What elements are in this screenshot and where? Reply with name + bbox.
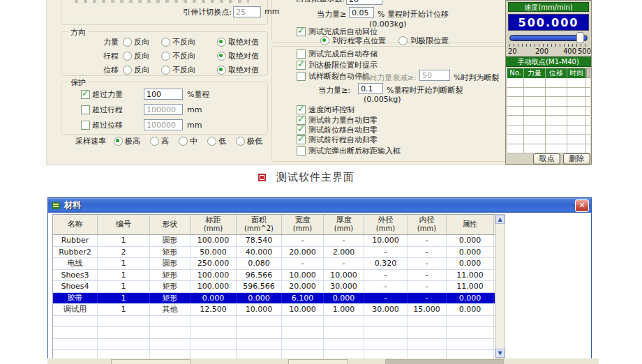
- checkbox-auto-save[interactable]: 测试完成后自动存储: [297, 49, 378, 59]
- extensometer-switch-input[interactable]: [233, 6, 261, 17]
- checkbox-speed-loop[interactable]: 速度闭环控制: [297, 105, 354, 115]
- radio-option[interactable]: 极高: [114, 136, 140, 146]
- delete-point-button[interactable]: 删除: [563, 153, 590, 165]
- scroll-down-icon[interactable]: ▼: [495, 349, 505, 358]
- direction-row-label: 力量: [103, 37, 123, 47]
- materials-column-header[interactable]: 编号: [98, 215, 150, 234]
- point-table-row[interactable]: [507, 135, 590, 144]
- materials-row[interactable]: Shoes31矩形100.00096.56610.00010.000--11.0…: [53, 270, 495, 282]
- materials-cell: 1: [98, 270, 150, 281]
- speed-slider-thumb[interactable]: [576, 32, 584, 43]
- point-table-row[interactable]: [507, 144, 590, 154]
- protection-row: 超过行程mm: [81, 102, 262, 117]
- break-decay-input[interactable]: [419, 70, 450, 81]
- checkbox-icon[interactable]: [81, 121, 90, 130]
- materials-cell: 0.000: [447, 258, 494, 269]
- materials-column-header[interactable]: 标距(mm): [191, 215, 237, 234]
- checkbox-icon[interactable]: [81, 105, 90, 114]
- checkbox-zero-force[interactable]: 测试前力量自动归零: [297, 115, 378, 126]
- materials-cell: 矩形: [150, 270, 191, 281]
- radio-option[interactable]: 取绝对值: [217, 37, 259, 47]
- radio-option[interactable]: 不反向: [161, 37, 217, 47]
- radio-return-zero[interactable]: 到行程零点位置: [320, 36, 386, 46]
- protection-group-title: 保护: [68, 77, 89, 88]
- materials-cell: -: [364, 247, 408, 258]
- point-table-cell: [567, 97, 586, 106]
- materials-column-header[interactable]: 外径(mm): [364, 215, 408, 234]
- materials-scrollbar[interactable]: ▲ ▼: [495, 214, 505, 358]
- protection-unit: mm: [187, 105, 202, 114]
- point-table-row[interactable]: [507, 88, 590, 98]
- radio-icon: [161, 38, 170, 47]
- radio-option[interactable]: 反向: [123, 51, 161, 61]
- materials-row[interactable]: Rubber1圆形100.00078.540--10.000-0.000: [53, 235, 495, 247]
- materials-empty-row[interactable]: [53, 327, 495, 339]
- scale-label: 200: [535, 47, 548, 55]
- break-judge-input[interactable]: [358, 83, 383, 94]
- return-speed-input[interactable]: [346, 0, 382, 5]
- point-table-cell: [546, 107, 567, 116]
- materials-empty-row[interactable]: [53, 316, 495, 328]
- close-icon[interactable]: ✕: [575, 199, 589, 212]
- point-table-row[interactable]: [507, 78, 590, 88]
- checkbox-break-stop[interactable]: 试样断裂自动停机: [297, 71, 370, 82]
- point-table-row[interactable]: [507, 97, 590, 107]
- clipped-bottom-toolbar: [47, 358, 599, 364]
- materials-row[interactable]: Shoes41矩形100.000596.56620.00030.000--11.…: [53, 281, 495, 293]
- materials-empty-row[interactable]: [53, 339, 495, 351]
- materials-column-header[interactable]: 宽度(mm): [282, 215, 324, 234]
- radio-option[interactable]: 中: [179, 136, 197, 146]
- radio-option[interactable]: 极低: [236, 136, 262, 146]
- materials-row[interactable]: 调试用1其他12.50010.00010.0001.00030.00015.00…: [53, 304, 495, 316]
- materials-row[interactable]: 电线1圆形250.0000.080--0.320-0.000: [53, 258, 495, 270]
- radio-option[interactable]: 反向: [123, 65, 161, 75]
- column-unit: (mm): [376, 225, 395, 233]
- materials-cell: Rubber2: [53, 247, 98, 258]
- radio-return-limit[interactable]: 到极限位置: [398, 36, 449, 46]
- materials-column-header[interactable]: 面积(mm^2): [237, 215, 282, 234]
- materials-cell: -: [408, 235, 447, 246]
- materials-cell: 40.000: [237, 247, 282, 258]
- radio-option[interactable]: 高: [150, 136, 169, 146]
- materials-row[interactable]: Rubber22矩形50.00040.00020.0002.000--0.000: [53, 247, 495, 259]
- radio-option[interactable]: 取绝对值: [217, 65, 259, 75]
- scroll-up-icon[interactable]: ▲: [495, 215, 505, 224]
- materials-column-header[interactable]: 厚度(mm): [324, 215, 364, 234]
- materials-column-header[interactable]: 形状: [150, 215, 191, 234]
- checkbox-gauge-popup[interactable]: 测试完弹出断后标距输入框: [297, 146, 401, 156]
- materials-column-header[interactable]: 内径(mm): [408, 215, 447, 234]
- force-start-input[interactable]: [349, 7, 374, 18]
- materials-cell: [447, 339, 494, 350]
- radio-option[interactable]: 不反向: [161, 65, 217, 75]
- protection-input[interactable]: [144, 89, 183, 100]
- materials-cell: 1: [98, 281, 150, 292]
- checkbox-limit-prompt[interactable]: 到达极限位置时提示: [297, 60, 378, 70]
- checkbox-zero-displacement[interactable]: 测试前位移自动归零: [297, 125, 378, 135]
- point-table-header: No.力量位移时间: [507, 68, 590, 78]
- point-table-row[interactable]: [507, 126, 590, 135]
- materials-cell: 0.000: [447, 247, 494, 258]
- materials-column-header[interactable]: 名称: [53, 215, 98, 234]
- materials-column-header[interactable]: 属性: [447, 215, 494, 234]
- materials-cell: 0.320: [364, 258, 408, 269]
- radio-option[interactable]: 反向: [123, 37, 161, 47]
- checkbox-icon[interactable]: [81, 90, 90, 99]
- point-table-cell: [546, 88, 567, 97]
- point-table-row[interactable]: [507, 107, 590, 116]
- scale-label: 20: [508, 47, 517, 55]
- radio-option[interactable]: 不反向: [161, 51, 217, 61]
- caption-bullet-icon: [258, 174, 266, 181]
- protection-input[interactable]: [144, 104, 183, 115]
- radio-option[interactable]: 低: [207, 136, 226, 146]
- checkbox-zero-stroke[interactable]: 测试前行程自动归零: [297, 135, 378, 145]
- speed-control-panel: 速度(mm/min) 500.000 20 200 400 500 手动取点(M…: [505, 0, 592, 165]
- point-table-row[interactable]: [507, 116, 590, 126]
- point-table-cell: [546, 135, 567, 144]
- checkbox-icon: [297, 27, 306, 36]
- pick-point-button[interactable]: 取点: [533, 153, 560, 165]
- materials-cell: 10.000: [282, 304, 324, 315]
- materials-titlebar[interactable]: 材料: [48, 198, 591, 213]
- materials-row[interactable]: 胶带1矩形0.0000.0006.1000.000--0.000: [53, 293, 495, 305]
- protection-input[interactable]: [144, 119, 183, 130]
- radio-option[interactable]: 取绝对值: [217, 51, 259, 61]
